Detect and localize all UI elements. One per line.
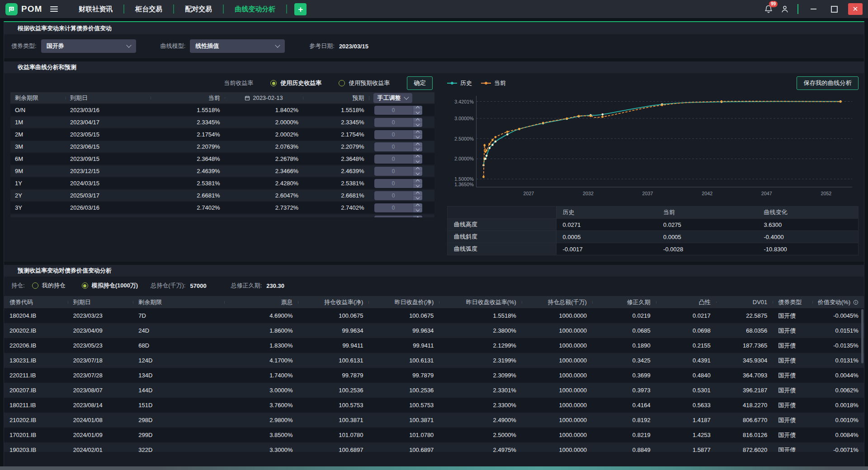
yield-source-controls: 当前收益率 使用历史收益率 使用预期收益率 确定 xyxy=(10,75,434,91)
cell-maturity: 2026/03/16 xyxy=(66,204,151,211)
info-icon[interactable] xyxy=(853,299,859,306)
nav-tab-4[interactable]: 曲线变动分析 xyxy=(224,0,286,18)
cell: 0.3699 xyxy=(592,372,656,379)
cell: 1000.0000 xyxy=(522,402,592,409)
cell: 0.0219 xyxy=(592,312,656,319)
nav-tab-1[interactable]: 财联社资讯 xyxy=(68,0,123,18)
manual-adjust-stepper[interactable]: 0 xyxy=(374,130,422,139)
stepper-buttons[interactable] xyxy=(413,216,422,217)
save-curve-analysis-button[interactable]: 保存我的曲线分析 xyxy=(797,76,859,90)
cell: 1.5877 xyxy=(656,446,716,452)
stepper-down-icon[interactable] xyxy=(413,110,422,115)
cell: 3.3000% xyxy=(224,446,298,452)
svg-text:3.0000%: 3.0000% xyxy=(454,116,474,121)
manual-adjust-stepper[interactable]: 0 xyxy=(374,191,422,200)
notification-bell-icon[interactable]: 99 xyxy=(764,4,773,14)
manual-adjust-stepper[interactable]: 0 xyxy=(374,167,422,176)
bond-col-3: 票息 xyxy=(224,298,298,306)
cell: 国开债 xyxy=(773,371,812,380)
cell: 国开债 xyxy=(773,446,812,452)
nav-tab-2[interactable]: 柜台交易 xyxy=(124,0,173,18)
calendar-icon xyxy=(245,95,250,101)
manual-adjust-stepper[interactable]: 0 xyxy=(374,203,422,212)
close-button[interactable]: ✕ xyxy=(848,3,863,15)
nav-tab-3[interactable]: 配对交易 xyxy=(174,0,223,18)
stepper-buttons[interactable] xyxy=(413,167,422,176)
cell-history: 1.8402% xyxy=(225,107,303,113)
manual-adjust-stepper[interactable] xyxy=(374,216,422,217)
section1-filters: 债券类型: 国开券 曲线模型: 线性插值 参考日期: 2023/03/15 xyxy=(4,34,864,58)
stats-row-label: 曲线斜度 xyxy=(448,231,557,243)
stepper-buttons[interactable] xyxy=(413,142,422,151)
stepper-buttons[interactable] xyxy=(413,179,422,188)
cell-history: 2.2678% xyxy=(225,155,303,162)
manual-adjust-select-wrap: 手工调整 xyxy=(369,93,434,103)
yield-curve-chart: 3.4201%3.0000%2.5000%2.0000%1.5000%1.365… xyxy=(447,91,859,199)
bond-type-select[interactable]: 国开券 xyxy=(41,39,136,53)
stepper-buttons[interactable] xyxy=(413,203,422,212)
stepper-buttons[interactable] xyxy=(413,191,422,200)
radio-use-expected-yield[interactable]: 使用预期收益率 xyxy=(339,79,390,87)
maximize-button[interactable] xyxy=(827,3,841,15)
stepper-down-icon[interactable] xyxy=(413,183,422,188)
panel-curve-analysis: 收益率曲线分析和预测 当前收益率 使用历史收益率 使用预期收益率 确定 xyxy=(4,61,864,262)
stats-history-value: -0.0017 xyxy=(557,243,657,255)
cell-tenor: 3Y xyxy=(10,204,66,211)
page: 根据收益率变动来计算债券价值变动 债券类型: 国开券 曲线模型: 线性插值 参考… xyxy=(0,18,868,466)
stepper-buttons[interactable] xyxy=(413,155,422,164)
radio-icon xyxy=(82,282,88,289)
cell-adjust: 0 xyxy=(369,130,434,139)
manual-adjust-stepper[interactable]: 0 xyxy=(374,155,422,164)
stepper-down-icon[interactable] xyxy=(413,159,422,164)
stepper-up-icon[interactable] xyxy=(413,216,422,217)
history-date-picker[interactable]: 2023-02-13 xyxy=(225,94,303,101)
legend-item-历史[interactable]: 历史 xyxy=(447,79,472,87)
stepper-buttons[interactable] xyxy=(413,130,422,139)
bond-col-1: 到期日 xyxy=(68,298,133,306)
stepper-down-icon[interactable] xyxy=(413,147,422,151)
add-tab-button[interactable]: + xyxy=(294,3,307,15)
vertical-scrollbar[interactable] xyxy=(861,309,863,363)
manual-adjust-stepper[interactable]: 0 xyxy=(374,179,422,188)
cell: 7D xyxy=(133,312,224,319)
section3-title: 预测收益率变动对债券价值变动分析 xyxy=(4,265,864,277)
app-title: POM xyxy=(21,4,42,14)
yield-table-row: 9M2023/12/152.4639%2.3466%2.4639%0 xyxy=(10,165,434,177)
radio-use-history-yield[interactable]: 使用历史收益率 xyxy=(270,79,321,87)
cell-current: 2.4639% xyxy=(151,168,225,174)
radio-my-position[interactable]: 我的持仓 xyxy=(32,282,66,290)
cell: 2.3099% xyxy=(439,372,522,379)
radio-sim-position[interactable]: 模拟持仓(1000万) xyxy=(82,282,138,290)
confirm-button[interactable]: 确定 xyxy=(407,76,433,90)
stepper-down-icon[interactable] xyxy=(413,208,422,212)
curve-model-select[interactable]: 线性插值 xyxy=(190,39,285,53)
main-nav: 财联社资讯柜台交易配对交易曲线变动分析 xyxy=(68,0,287,18)
manual-adjust-stepper[interactable]: 0 xyxy=(374,106,422,115)
cell-current: 2.6681% xyxy=(151,192,225,199)
horizontal-scrollbar[interactable] xyxy=(0,466,868,470)
stepper-value: 0 xyxy=(374,106,413,115)
legend-item-当前[interactable]: 当前 xyxy=(481,79,506,87)
stepper-buttons[interactable] xyxy=(413,118,422,127)
user-icon[interactable] xyxy=(780,4,789,14)
stepper-down-icon[interactable] xyxy=(413,196,422,200)
stepper-down-icon[interactable] xyxy=(413,171,422,176)
manual-adjust-select[interactable]: 手工调整 xyxy=(373,93,412,103)
minimize-button[interactable] xyxy=(807,3,820,15)
cell: 0.0018% xyxy=(812,402,864,409)
cell: 187.7365 xyxy=(716,342,773,349)
hamburger-menu-icon[interactable] xyxy=(48,5,60,14)
manual-adjust-stepper[interactable]: 0 xyxy=(374,118,422,127)
manual-adjust-stepper[interactable]: 0 xyxy=(374,142,422,151)
yield-table-row: 1Y2024/03/152.5381%2.4280%2.5381%0 xyxy=(10,178,434,189)
stepper-down-icon[interactable] xyxy=(413,122,422,127)
stepper-down-icon[interactable] xyxy=(413,135,422,139)
cell: 364.7093 xyxy=(716,372,773,379)
cell-tenor: 1M xyxy=(10,119,66,126)
panel-bond-impact: 预测收益率变动对债券价值变动分析 持仓: 我的持仓 模拟持仓(1000万) 总持… xyxy=(4,265,864,466)
stepper-buttons[interactable] xyxy=(413,106,422,115)
cell: 2023/07/18 xyxy=(68,357,133,364)
svg-text:2052: 2052 xyxy=(821,191,831,196)
cell: 0.4840 xyxy=(656,372,716,379)
stats-change-value: -0.4000 xyxy=(758,231,858,243)
